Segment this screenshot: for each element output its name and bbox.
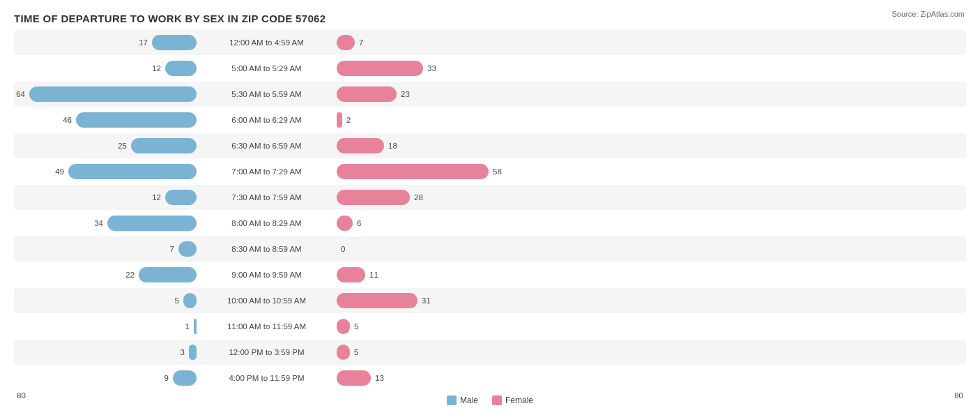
female-section: 58	[331, 159, 966, 184]
female-section: 7	[331, 30, 966, 55]
male-bar	[76, 112, 197, 128]
male-value-label: 64	[16, 90, 25, 98]
table-row: 1712:00 AM to 4:59 AM7	[14, 30, 966, 55]
time-range-label: 9:00 AM to 9:59 AM	[202, 271, 331, 279]
table-row: 94:00 PM to 11:59 PM13	[14, 365, 966, 391]
male-value-label: 25	[118, 142, 127, 150]
male-section: 7	[14, 236, 202, 262]
female-section: 13	[331, 365, 966, 391]
male-section: 12	[14, 185, 202, 210]
time-range-label: 6:00 AM to 6:29 AM	[202, 116, 331, 124]
male-value-label: 1	[185, 322, 190, 331]
female-bar	[337, 345, 350, 360]
female-value-label: 7	[359, 38, 363, 47]
chart-container: TIME OF DEPARTURE TO WORK BY SEX IN ZIP …	[0, 0, 980, 415]
legend-female: Female	[492, 395, 533, 405]
table-row: 466:00 AM to 6:29 AM2	[14, 107, 966, 133]
time-range-label: 5:00 AM to 5:29 AM	[202, 64, 331, 73]
table-row: 510:00 AM to 10:59 AM31	[14, 288, 966, 313]
time-range-label: 7:30 AM to 7:59 AM	[202, 193, 331, 202]
male-color-swatch	[447, 395, 457, 405]
time-range-label: 4:00 PM to 11:59 PM	[202, 374, 331, 382]
female-section: 31	[331, 288, 966, 313]
female-bar	[337, 216, 353, 231]
male-value-label: 3	[181, 348, 185, 356]
male-section: 3	[14, 340, 202, 365]
male-bar	[178, 241, 197, 257]
male-bar	[131, 138, 197, 153]
time-range-label: 6:30 AM to 6:59 AM	[202, 142, 331, 150]
time-range-label: 5:30 AM to 5:59 AM	[202, 90, 331, 98]
male-section: 9	[14, 365, 202, 391]
legend-female-label: Female	[505, 395, 533, 405]
rows-container: 1712:00 AM to 4:59 AM7125:00 AM to 5:29 …	[14, 30, 966, 391]
female-section: 11	[331, 262, 966, 287]
table-row: 256:30 AM to 6:59 AM18	[14, 133, 966, 158]
table-row: 127:30 AM to 7:59 AM28	[14, 185, 966, 210]
female-value-label: 6	[357, 219, 361, 227]
female-section: 2	[331, 107, 966, 133]
table-row: 645:30 AM to 5:59 AM23	[14, 82, 966, 107]
male-section: 5	[14, 288, 202, 313]
female-color-swatch	[492, 395, 502, 405]
female-section: 33	[331, 56, 966, 81]
male-bar	[189, 345, 197, 360]
female-value-label: 28	[414, 193, 423, 202]
female-value-label: 5	[354, 322, 358, 331]
male-bar	[29, 86, 197, 102]
male-value-label: 34	[94, 219, 103, 227]
female-value-label: 0	[341, 245, 345, 253]
male-bar	[165, 61, 197, 76]
male-value-label: 9	[164, 374, 169, 382]
time-range-label: 12:00 AM to 4:59 AM	[202, 38, 331, 47]
female-value-label: 13	[375, 374, 384, 382]
time-range-label: 12:00 PM to 3:59 PM	[202, 348, 331, 356]
female-section: 0	[331, 236, 966, 262]
female-bar	[337, 370, 371, 386]
male-bar	[139, 267, 197, 282]
male-bar	[165, 190, 197, 205]
chart-title: TIME OF DEPARTURE TO WORK BY SEX IN ZIP …	[14, 13, 966, 24]
legend-male-label: Male	[460, 395, 478, 405]
female-bar	[337, 190, 410, 205]
male-section: 34	[14, 211, 202, 236]
female-section: 23	[331, 82, 966, 107]
time-range-label: 7:00 AM to 7:29 AM	[202, 167, 331, 176]
male-value-label: 7	[170, 245, 174, 253]
female-value-label: 5	[354, 348, 358, 356]
axis-left-label: 80	[14, 391, 26, 405]
female-bar	[337, 319, 350, 334]
table-row: 497:00 AM to 7:29 AM58	[14, 159, 966, 184]
axis-right-label: 80	[954, 391, 966, 405]
time-range-label: 8:00 AM to 8:29 AM	[202, 219, 331, 227]
male-bar	[194, 319, 197, 334]
female-value-label: 11	[369, 271, 378, 279]
male-value-label: 49	[55, 167, 64, 176]
male-value-label: 46	[63, 116, 72, 124]
legend-male: Male	[447, 395, 478, 405]
male-bar	[68, 164, 197, 179]
female-value-label: 2	[346, 116, 351, 124]
female-bar	[337, 164, 489, 179]
time-range-label: 8:30 AM to 8:59 AM	[202, 245, 331, 253]
female-bar	[337, 267, 365, 282]
female-value-label: 58	[493, 167, 502, 176]
source-label: Source: ZipAtlas.com	[891, 10, 965, 18]
male-value-label: 5	[175, 296, 179, 305]
female-value-label: 33	[427, 64, 436, 73]
male-bar	[183, 293, 197, 308]
male-section: 12	[14, 56, 202, 81]
male-section: 25	[14, 133, 202, 158]
male-section: 17	[14, 30, 202, 55]
male-value-label: 12	[152, 193, 161, 202]
male-section: 49	[14, 159, 202, 184]
female-bar	[337, 61, 423, 76]
female-bar	[337, 112, 342, 128]
male-bar	[173, 370, 197, 386]
female-bar	[337, 138, 384, 153]
female-value-label: 31	[422, 296, 431, 305]
male-section: 1	[14, 314, 202, 339]
table-row: 229:00 AM to 9:59 AM11	[14, 262, 966, 287]
male-section: 46	[14, 107, 202, 133]
table-row: 312:00 PM to 3:59 PM5	[14, 340, 966, 365]
